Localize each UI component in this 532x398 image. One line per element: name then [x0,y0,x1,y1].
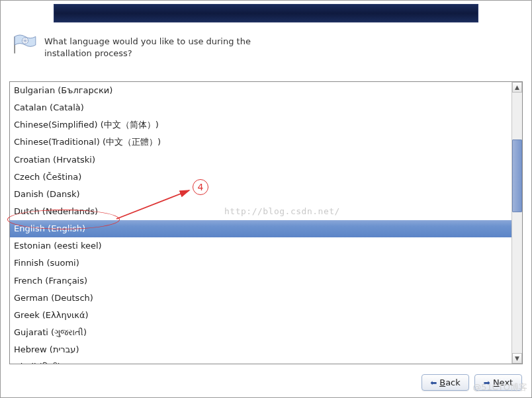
list-item[interactable]: Czech (Čeština) [10,169,511,186]
list-item[interactable]: Bulgarian (Български) [10,82,511,99]
arrow-right-icon: ➡ [484,379,490,387]
next-button-label: Next [493,378,513,387]
list-item[interactable]: Chinese(Traditional) (中文（正體）) [10,134,511,151]
header-banner [54,4,478,22]
prompt-line-1: What language would you like to use duri… [44,36,251,46]
list-item[interactable]: Dutch (Nederlands) [10,203,511,220]
scroll-track[interactable] [512,93,522,353]
prompt-row: What language would you like to use duri… [13,34,519,60]
prompt-text: What language would you like to use duri… [44,34,251,60]
language-list-container: Bulgarian (Български)Catalan (Català)Chi… [9,81,523,364]
scroll-thumb[interactable] [512,139,522,212]
language-list[interactable]: Bulgarian (Български)Catalan (Català)Chi… [10,82,511,364]
list-item[interactable]: Gujarati (ગુજરાતી) [10,324,511,341]
back-button-label: Back [439,378,461,387]
scrollbar: ▲ ▼ [511,82,522,364]
list-item[interactable]: Chinese(Simplified) (中文（简体）) [10,116,511,134]
list-item[interactable]: German (Deutsch) [10,290,511,307]
prompt-line-2: installation process? [44,48,132,58]
scroll-down-button[interactable]: ▼ [512,353,522,364]
list-item[interactable]: Hebrew (עברית) [10,341,511,358]
list-item[interactable]: Greek (Ελληνικά) [10,307,511,324]
button-row: ⬅ Back ➡ Next [421,374,522,391]
next-button[interactable]: ➡ Next [474,374,522,391]
list-item[interactable]: Finnish (suomi) [10,255,511,272]
list-item[interactable]: Croatian (Hrvatski) [10,151,511,169]
list-item[interactable]: Catalan (Català) [10,99,511,116]
scroll-up-button[interactable]: ▲ [512,82,522,93]
list-item[interactable]: Hindi (हिन्दी) [10,358,511,364]
language-flag-icon [13,34,38,56]
arrow-left-icon: ⬅ [430,379,437,387]
list-item[interactable]: English (English) [10,220,511,237]
list-item[interactable]: Estonian (eesti keel) [10,237,511,255]
list-item[interactable]: French (Français) [10,272,511,290]
back-button[interactable]: ⬅ Back [421,374,469,391]
list-item[interactable]: Danish (Dansk) [10,186,511,203]
